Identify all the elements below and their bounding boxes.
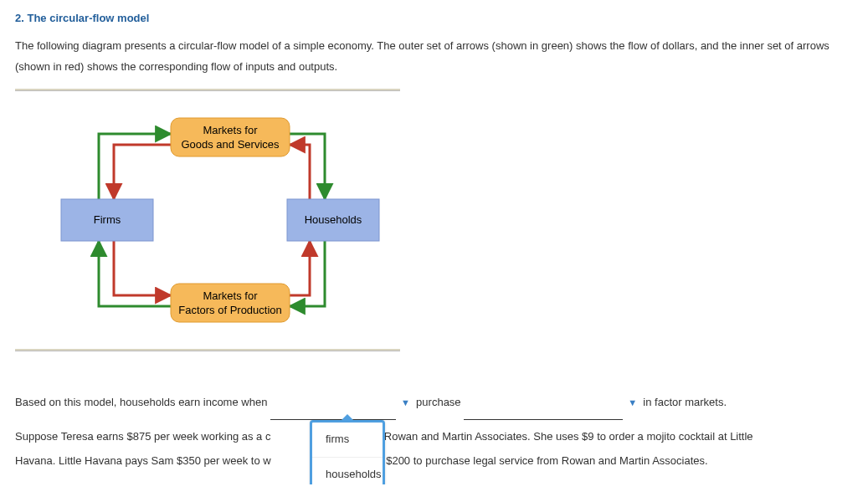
q2-part-c: Havana. Little Havana pays Sam $350 per … xyxy=(15,454,271,467)
dropdown-pointer-icon xyxy=(341,414,354,421)
q1-tail: in factor markets. xyxy=(643,396,727,408)
dropdown-arrow-icon[interactable]: ▼ xyxy=(628,388,637,417)
section-heading: 2. The circular-flow model xyxy=(15,12,853,24)
households-label: Households xyxy=(305,213,362,226)
diagram-top-rule xyxy=(15,89,400,91)
bottom-market-label-1: Markets for xyxy=(203,289,258,302)
q1-mid: purchase xyxy=(416,396,460,408)
diagram-bottom-rule xyxy=(15,349,400,351)
q2-part-a: Suppose Teresa earns $875 per week worki… xyxy=(15,430,270,443)
diagram-container: Markets for Goods and Services Markets f… xyxy=(15,89,400,351)
q1-lead: Based on this model, households earn inc… xyxy=(15,396,267,408)
dropdown-option-households[interactable]: households xyxy=(312,457,383,485)
dropdown-menu[interactable]: firms households xyxy=(310,420,385,484)
q2-part-b: ney for Rowan and Martin Associates. She… xyxy=(347,430,752,443)
question-1: Based on this model, households earn inc… xyxy=(15,385,853,420)
circular-flow-diagram: Markets for Goods and Services Markets f… xyxy=(15,95,400,346)
intro-text: The following diagram presents a circula… xyxy=(15,36,853,77)
dropdown-option-firms[interactable]: firms xyxy=(312,423,383,457)
firms-label: Firms xyxy=(94,213,121,226)
q1-blank-2[interactable] xyxy=(464,405,623,420)
top-market-label-2: Goods and Services xyxy=(181,138,280,151)
dropdown-arrow-icon[interactable]: ▼ xyxy=(401,388,410,417)
q2-part-d: m uses $200 to purchase legal service fr… xyxy=(348,454,708,467)
q1-blank-1[interactable] xyxy=(270,405,396,420)
bottom-market-label-2: Factors of Production xyxy=(178,304,282,316)
question-2: Suppose Teresa earns $875 per week worki… xyxy=(15,425,853,473)
top-market-label-1: Markets for xyxy=(203,124,258,136)
